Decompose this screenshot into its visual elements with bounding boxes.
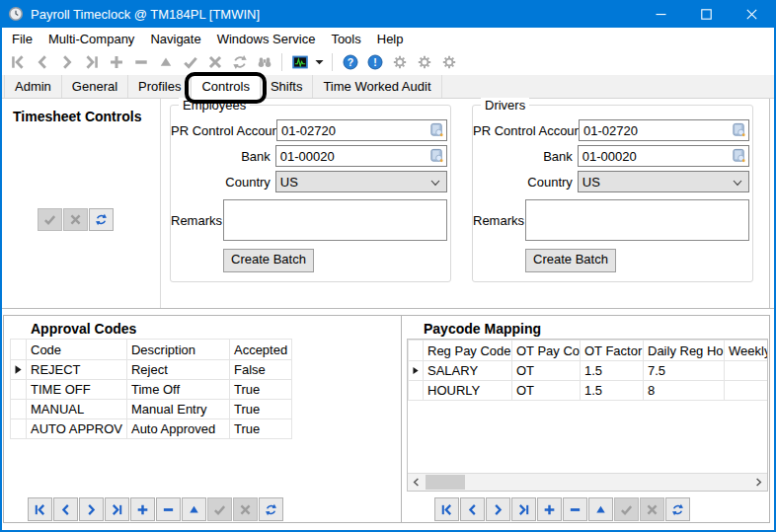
next-record-button[interactable] (486, 497, 510, 521)
post-edit-button[interactable] (614, 497, 639, 521)
cell[interactable]: REJECT (27, 360, 127, 380)
delete-record-button[interactable] (156, 497, 181, 521)
employees-bank-input[interactable]: 01-00020 (275, 145, 447, 167)
maximize-button[interactable] (683, 0, 729, 28)
tab-controls[interactable]: Controls (192, 75, 260, 99)
cell[interactable]: OT (512, 361, 581, 381)
employees-remarks-input[interactable] (223, 199, 447, 241)
tab-time-worked-audit[interactable]: Time Worked Audit (313, 75, 441, 98)
cell[interactable]: SALARY (424, 361, 512, 381)
delete-record-button[interactable] (563, 497, 587, 521)
prior-record-button[interactable] (30, 51, 54, 73)
refresh-button[interactable] (259, 497, 283, 521)
cell[interactable]: Manual Entry (126, 400, 229, 419)
cell[interactable]: True (229, 419, 291, 439)
close-button[interactable] (729, 0, 774, 28)
activity-monitor-button[interactable] (287, 51, 312, 73)
post-edit-button[interactable] (207, 497, 232, 521)
insert-record-button[interactable] (104, 51, 128, 73)
column-header[interactable]: Description (126, 340, 229, 360)
menu-windows-service[interactable]: Windows Service (209, 30, 324, 48)
table-row[interactable]: AUTO APPROV Auto Approved True (11, 419, 292, 439)
table-row[interactable]: REJECT Reject False (11, 360, 292, 380)
cell[interactable]: OT (512, 381, 581, 401)
cancel-edit-button[interactable] (640, 497, 664, 521)
cancel-edit-button[interactable] (202, 51, 227, 73)
menu-tools[interactable]: Tools (323, 30, 368, 48)
cell[interactable]: AUTO APPROV (27, 419, 127, 439)
column-header[interactable]: OT Factor (581, 341, 644, 361)
first-record-button[interactable] (28, 497, 52, 521)
tab-admin[interactable]: Admin (4, 75, 62, 98)
lookup-icon[interactable] (732, 148, 746, 163)
column-header[interactable]: Reg Pay Code (424, 341, 512, 361)
minimize-button[interactable] (638, 0, 683, 28)
last-record-button[interactable] (79, 51, 104, 73)
cell[interactable]: True (229, 400, 291, 419)
cancel-edit-button[interactable] (233, 497, 258, 521)
last-record-button[interactable] (105, 497, 129, 521)
insert-record-button[interactable] (537, 497, 562, 521)
cell[interactable] (725, 381, 769, 401)
drivers-country-dropdown[interactable]: US (578, 171, 749, 192)
post-edit-button[interactable] (38, 208, 62, 231)
prior-record-button[interactable] (460, 497, 485, 521)
employees-country-dropdown[interactable]: US (275, 171, 447, 192)
service-gear-1-button[interactable] (387, 51, 412, 73)
horizontal-scrollbar[interactable] (408, 473, 767, 491)
lookup-icon[interactable] (429, 148, 444, 163)
first-record-button[interactable] (434, 497, 459, 521)
cell[interactable]: 8 (644, 381, 725, 401)
table-row[interactable]: HOURLY OT 1.5 8 (409, 381, 769, 401)
prior-record-button[interactable] (53, 497, 78, 521)
table-row[interactable]: SALARY OT 1.5 7.5 (409, 361, 769, 381)
cell[interactable]: False (229, 360, 291, 380)
menu-navigate[interactable]: Navigate (142, 30, 208, 48)
cell[interactable]: HOURLY (424, 381, 512, 401)
first-record-button[interactable] (5, 51, 30, 73)
scrollbar-track[interactable] (425, 474, 750, 491)
help-button[interactable]: ? (338, 51, 362, 73)
column-header[interactable]: Daily Reg Hours (644, 341, 725, 361)
service-gear-2-button[interactable] (412, 51, 436, 73)
edit-record-button[interactable] (153, 51, 178, 73)
tab-general[interactable]: General (62, 75, 128, 98)
lookup-icon[interactable] (429, 122, 444, 137)
refresh-button[interactable] (227, 51, 252, 73)
menu-multi-company[interactable]: Multi-Company (40, 30, 142, 48)
column-header[interactable]: Accepted (229, 340, 291, 360)
drivers-remarks-input[interactable] (525, 199, 749, 241)
drivers-pr-control-account-input[interactable]: 01-02720 (579, 119, 749, 141)
cell[interactable]: 1.5 (581, 361, 644, 381)
cell[interactable] (725, 361, 769, 381)
employees-create-batch-button[interactable]: Create Batch (223, 249, 314, 272)
post-edit-button[interactable] (178, 51, 202, 73)
menu-file[interactable]: File (4, 30, 40, 48)
scrollbar-thumb[interactable] (426, 475, 465, 490)
column-header[interactable]: Weekly (725, 341, 769, 361)
cell[interactable]: MANUAL (27, 400, 127, 419)
insert-record-button[interactable] (130, 497, 155, 521)
edit-record-button[interactable] (182, 497, 206, 521)
drivers-bank-input[interactable]: 01-00020 (578, 145, 749, 167)
employees-pr-control-account-input[interactable]: 01-02720 (276, 119, 447, 141)
table-row[interactable]: TIME OFF Time Off True (11, 380, 292, 400)
service-gear-3-button[interactable] (436, 51, 461, 73)
column-header[interactable]: OT Pay Code (512, 341, 581, 361)
cell[interactable]: 7.5 (644, 361, 725, 381)
table-row[interactable]: MANUAL Manual Entry True (11, 400, 292, 419)
refresh-button[interactable] (665, 497, 690, 521)
lookup-icon[interactable] (732, 122, 746, 137)
next-record-button[interactable] (54, 51, 79, 73)
last-record-button[interactable] (511, 497, 536, 521)
search-button[interactable] (252, 51, 276, 73)
scroll-left-button[interactable] (408, 474, 425, 491)
dropdown-caret-button[interactable] (312, 51, 327, 73)
tab-profiles[interactable]: Profiles (128, 75, 192, 98)
cell[interactable]: Time Off (126, 380, 229, 400)
drivers-create-batch-button[interactable]: Create Batch (525, 249, 616, 272)
tab-shifts[interactable]: Shifts (261, 75, 314, 98)
column-header[interactable]: Code (27, 340, 127, 360)
cell[interactable]: 1.5 (581, 381, 644, 401)
cell[interactable]: Reject (126, 360, 229, 380)
